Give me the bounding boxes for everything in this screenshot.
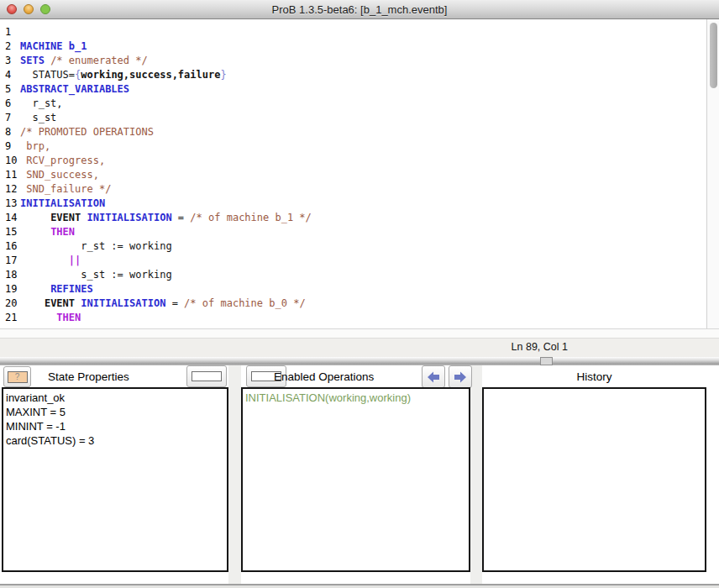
line-number: 19 — [0, 282, 20, 297]
state-properties-title: State Properties — [48, 370, 129, 383]
enabled-operations-title: Enabled Operations — [274, 370, 374, 383]
code-line[interactable]: 11 SND_success, — [0, 168, 719, 182]
code-line[interactable]: 6 r_st, — [0, 97, 719, 111]
list-item[interactable]: MAXINT = 5 — [6, 405, 224, 419]
horizontal-splitter[interactable] — [0, 357, 719, 365]
line-number: 11 — [0, 168, 20, 182]
window-title: ProB 1.3.5-beta6: [b_1_mch.eventb] — [272, 3, 448, 16]
editor-horizontal-scrollbar[interactable] — [0, 328, 719, 339]
code-editor[interactable]: 12MACHINE b_13SETS /* enumerated */4 STA… — [0, 19, 719, 328]
cursor-position-label: Ln 89, Col 1 — [512, 341, 568, 353]
code-line[interactable]: 14 EVENT INITIALISATION = /* of machine … — [0, 211, 719, 225]
line-number: 3 — [0, 54, 20, 68]
code-line[interactable]: 3SETS /* enumerated */ — [0, 54, 719, 68]
code-line[interactable]: 20 EVENT INITIALISATION = /* of machine … — [0, 297, 719, 311]
state-properties-list[interactable]: invariant_okMAXINT = 5MININT = -1card(ST… — [2, 387, 228, 572]
line-number: 10 — [0, 154, 20, 168]
splitter-handle-icon[interactable] — [540, 357, 553, 365]
title-bar: ProB 1.3.5-beta6: [b_1_mch.eventb] — [0, 0, 719, 19]
code-line[interactable]: 10 RCV_progress, — [0, 154, 719, 168]
code-line[interactable]: 13INITIALISATION — [0, 197, 719, 211]
line-number: 6 — [0, 97, 20, 111]
code-line[interactable]: 16 r_st := working — [0, 239, 719, 254]
line-number: 17 — [0, 254, 20, 268]
line-number: 9 — [0, 139, 20, 154]
line-number: 13 — [0, 197, 20, 211]
line-number: 7 — [0, 111, 20, 125]
forward-arrow-icon — [454, 370, 467, 384]
prob-window: ProB 1.3.5-beta6: [b_1_mch.eventb] 12MAC… — [0, 0, 719, 588]
history-list[interactable] — [482, 387, 706, 572]
code-line[interactable]: 4 STATUS={working,success,failure} — [0, 68, 719, 82]
line-number: 15 — [0, 225, 20, 239]
blank-field-icon — [192, 371, 222, 381]
enabled-operations-list[interactable]: INITIALISATION(working,working) — [241, 387, 470, 572]
history-back-button[interactable] — [422, 365, 445, 388]
list-item[interactable]: INITIALISATION(working,working) — [245, 391, 466, 405]
code-line[interactable]: 17 || — [0, 254, 719, 268]
line-number: 4 — [0, 68, 20, 82]
list-item[interactable]: invariant_ok — [6, 391, 224, 405]
code-line[interactable]: 19 REFINES — [0, 282, 719, 297]
close-button[interactable] — [7, 4, 17, 14]
back-arrow-icon — [427, 370, 440, 384]
line-number: 8 — [0, 125, 20, 139]
editor-status-bar: Ln 89, Col 1 — [0, 339, 719, 357]
zoom-button[interactable] — [40, 4, 50, 14]
minimize-button[interactable] — [24, 4, 34, 14]
code-line[interactable]: 12 SND_failure */ — [0, 182, 719, 197]
history-forward-button[interactable] — [449, 365, 472, 388]
code-line[interactable]: 2MACHINE b_1 — [0, 39, 719, 54]
line-number: 12 — [0, 182, 20, 197]
pane-gap — [470, 365, 482, 584]
line-number: 18 — [0, 268, 20, 282]
code-line[interactable]: 5ABSTRACT_VARIABLES — [0, 82, 719, 97]
line-number: 16 — [0, 239, 20, 254]
code-line[interactable]: 9 brp, — [0, 139, 719, 154]
state-properties-help-button[interactable]: ? — [3, 366, 31, 387]
line-number: 20 — [0, 297, 20, 311]
code-line[interactable]: 1 — [0, 25, 719, 39]
pane-gap — [228, 365, 241, 584]
line-number: 5 — [0, 82, 20, 97]
list-item[interactable]: MININT = -1 — [6, 419, 224, 433]
code-line[interactable]: 15 THEN — [0, 225, 719, 239]
editor-vertical-scrollbar[interactable] — [706, 19, 719, 328]
scrollbar-thumb[interactable] — [710, 23, 717, 88]
code-line[interactable]: 21 THEN — [0, 311, 719, 325]
history-title: History — [482, 370, 706, 383]
bottom-panes: ? State Properties Enabled Operations Hi… — [0, 365, 719, 584]
state-properties-pane-button[interactable] — [186, 365, 227, 387]
code-line[interactable]: 7 s_st — [0, 111, 719, 125]
code-line[interactable]: 18 s_st := working — [0, 268, 719, 282]
line-number: 1 — [0, 25, 20, 39]
line-number: 14 — [0, 211, 20, 225]
line-number: 2 — [0, 39, 20, 54]
question-mark-icon: ? — [8, 371, 28, 383]
code-line[interactable]: 8/* PROMOTED OPERATIONS — [0, 125, 719, 139]
line-number: 21 — [0, 311, 20, 325]
code-lines: 12MACHINE b_13SETS /* enumerated */4 STA… — [0, 19, 719, 325]
list-item[interactable]: card(STATUS) = 3 — [6, 433, 224, 448]
